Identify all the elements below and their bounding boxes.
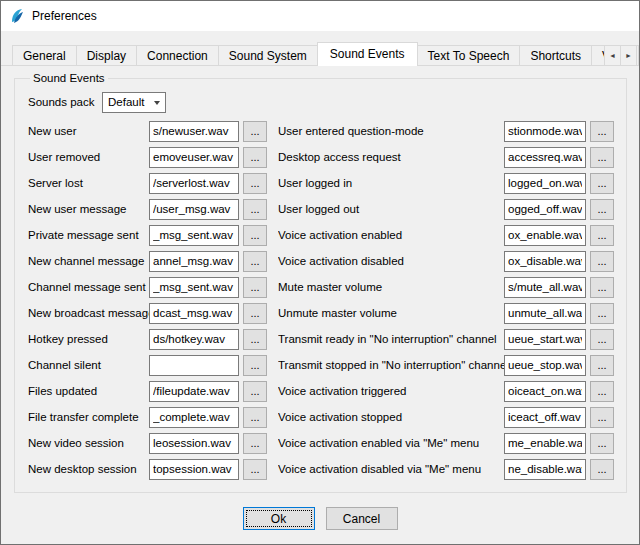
browse-button[interactable]: ...	[243, 121, 267, 142]
sound-file-input[interactable]	[504, 121, 586, 142]
sound-event-row: User logged out...	[278, 196, 618, 222]
browse-button[interactable]: ...	[243, 277, 267, 298]
sound-file-input[interactable]	[149, 225, 239, 246]
sound-event-row: Mute master volume...	[278, 274, 618, 300]
app-icon	[9, 8, 25, 24]
browse-button[interactable]: ...	[590, 173, 614, 194]
browse-button[interactable]: ...	[590, 199, 614, 220]
sound-event-label: Voice activation triggered	[278, 385, 504, 397]
browse-button[interactable]: ...	[243, 303, 267, 324]
browse-button[interactable]: ...	[590, 277, 614, 298]
sound-event-label: New channel message	[28, 255, 149, 267]
sound-file-input[interactable]	[149, 121, 239, 142]
sound-event-label: User logged in	[278, 177, 504, 189]
browse-button[interactable]: ...	[243, 173, 267, 194]
sound-events-right-column: User entered question-mode...Desktop acc…	[278, 118, 618, 482]
tab-display[interactable]: Display	[76, 45, 137, 66]
browse-button[interactable]: ...	[243, 459, 267, 480]
browse-button[interactable]: ...	[590, 433, 614, 454]
sound-event-row: File transfer complete...	[28, 404, 278, 430]
tab-scroll-left-button[interactable]: ◄	[604, 45, 621, 66]
sound-file-input[interactable]	[149, 459, 239, 480]
sound-event-label: File transfer complete	[28, 411, 149, 423]
sound-file-input[interactable]	[149, 277, 239, 298]
sounds-pack-select[interactable]: Default	[102, 92, 166, 113]
browse-button[interactable]: ...	[590, 355, 614, 376]
ok-button[interactable]: Ok	[243, 507, 315, 530]
browse-button[interactable]: ...	[590, 459, 614, 480]
sound-event-label: New broadcast message	[28, 307, 149, 319]
sound-file-input[interactable]	[149, 407, 239, 428]
sound-event-label: New user	[28, 125, 149, 137]
sound-event-row: Voice activation enabled via "Me" menu..…	[278, 430, 618, 456]
tab-sound-system[interactable]: Sound System	[218, 45, 318, 66]
tab-general[interactable]: General	[12, 45, 77, 66]
browse-button[interactable]: ...	[243, 407, 267, 428]
sound-file-input[interactable]	[504, 329, 586, 350]
sound-file-input[interactable]	[149, 381, 239, 402]
sound-file-input[interactable]	[504, 147, 586, 168]
browse-button[interactable]: ...	[590, 225, 614, 246]
sound-event-row: Channel silent...	[28, 352, 278, 378]
sound-file-input[interactable]	[149, 173, 239, 194]
sound-event-label: Transmit ready in "No interruption" chan…	[278, 333, 504, 345]
sound-event-label: User logged out	[278, 203, 504, 215]
browse-button[interactable]: ...	[243, 355, 267, 376]
browse-button[interactable]: ...	[590, 147, 614, 168]
browse-button[interactable]: ...	[243, 147, 267, 168]
sound-event-label: Mute master volume	[278, 281, 504, 293]
tab-sound-events[interactable]: Sound Events	[317, 42, 418, 66]
sound-file-input[interactable]	[149, 433, 239, 454]
browse-button[interactable]: ...	[590, 251, 614, 272]
browse-button[interactable]: ...	[590, 329, 614, 350]
sound-event-row: Transmit ready in "No interruption" chan…	[278, 326, 618, 352]
browse-button[interactable]: ...	[243, 199, 267, 220]
sound-file-input[interactable]	[149, 147, 239, 168]
sound-file-input[interactable]	[504, 407, 586, 428]
cancel-button[interactable]: Cancel	[326, 507, 398, 530]
browse-button[interactable]: ...	[243, 433, 267, 454]
tab-shortcuts[interactable]: Shortcuts	[519, 45, 592, 66]
sound-event-label: Channel message sent	[28, 281, 149, 293]
sound-event-label: Unmute master volume	[278, 307, 504, 319]
sound-event-row: Voice activation disabled via "Me" menu.…	[278, 456, 618, 482]
sound-file-input[interactable]	[504, 303, 586, 324]
sound-file-input[interactable]	[504, 199, 586, 220]
sound-file-input[interactable]	[504, 225, 586, 246]
browse-button[interactable]: ...	[243, 329, 267, 350]
sound-event-row: Voice activation triggered...	[278, 378, 618, 404]
sound-file-input[interactable]	[504, 277, 586, 298]
sound-file-input[interactable]	[504, 173, 586, 194]
sound-events-page: Sound Events Sounds pack Default New use…	[1, 65, 639, 544]
browse-button[interactable]: ...	[590, 407, 614, 428]
sound-file-input[interactable]	[149, 303, 239, 324]
sound-event-row: New channel message...	[28, 248, 278, 274]
sound-events-left-column: New user...User removed...Server lost...…	[28, 118, 278, 482]
sound-file-input[interactable]	[504, 251, 586, 272]
sound-event-row: New desktop session...	[28, 456, 278, 482]
sounds-pack-row: Sounds pack Default	[28, 88, 618, 116]
sound-file-input[interactable]	[504, 381, 586, 402]
sound-event-label: Transmit stopped in "No interruption" ch…	[278, 359, 504, 371]
browse-button[interactable]: ...	[243, 251, 267, 272]
browse-button[interactable]: ...	[590, 121, 614, 142]
tab-connection[interactable]: Connection	[136, 45, 219, 66]
sound-file-input[interactable]	[504, 355, 586, 376]
browse-button[interactable]: ...	[243, 381, 267, 402]
sound-event-label: Files updated	[28, 385, 149, 397]
sound-event-row: User logged in...	[278, 170, 618, 196]
sound-file-input[interactable]	[149, 199, 239, 220]
browse-button[interactable]: ...	[590, 381, 614, 402]
sounds-pack-label: Sounds pack	[28, 96, 102, 108]
sound-event-row: Files updated...	[28, 378, 278, 404]
sound-file-input[interactable]	[149, 251, 239, 272]
sound-file-input[interactable]	[504, 459, 586, 480]
sound-event-row: User removed...	[28, 144, 278, 170]
browse-button[interactable]: ...	[243, 225, 267, 246]
tab-scroll-right-button[interactable]: ►	[620, 45, 637, 66]
browse-button[interactable]: ...	[590, 303, 614, 324]
sound-file-input[interactable]	[149, 355, 239, 376]
tab-text-to-speech[interactable]: Text To Speech	[417, 45, 521, 66]
sound-file-input[interactable]	[149, 329, 239, 350]
sound-file-input[interactable]	[504, 433, 586, 454]
